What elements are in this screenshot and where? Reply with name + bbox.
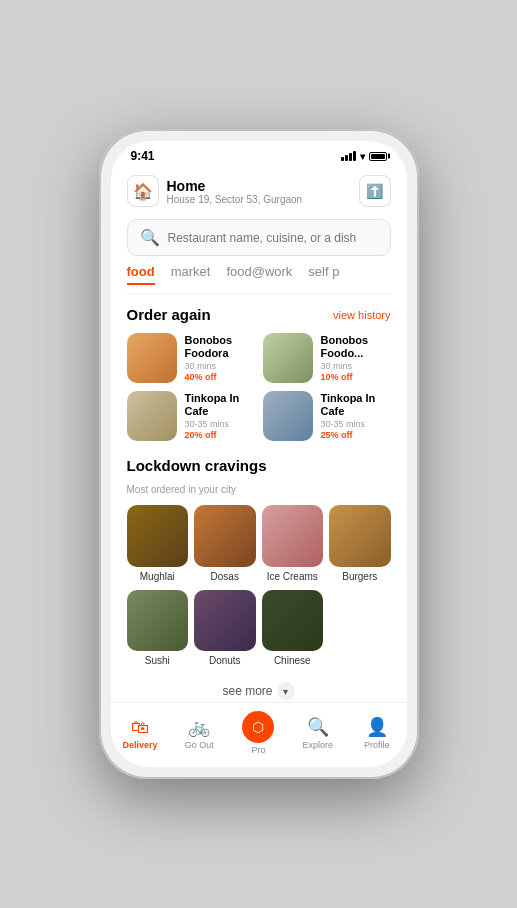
- food-label-dosas: Dosas: [194, 571, 256, 582]
- cravings-header: Lockdown cravings: [127, 457, 391, 474]
- category-tabs: food market food@work self p: [111, 264, 407, 293]
- food-img-mughlai: [127, 505, 189, 567]
- signal-bars-icon: [341, 151, 356, 161]
- main-content: 🏠 Home House 19, Sector 53, Gurgaon ⬆️ 🔍…: [111, 167, 407, 702]
- order-again-header: Order again view history: [127, 306, 391, 323]
- phone-shell: 9:41 ▾ 🏠 Home: [99, 129, 419, 779]
- header: 🏠 Home House 19, Sector 53, Gurgaon ⬆️: [111, 167, 407, 215]
- nav-go-out[interactable]: 🚲 Go Out: [174, 716, 224, 750]
- nav-go-out-label: Go Out: [185, 740, 214, 750]
- explore-icon: 🔍: [307, 716, 329, 738]
- restaurant-grid: Bonobos Foodora 30 mins 40% off Bonobos …: [127, 333, 391, 441]
- restaurant-time-1: 30 mins: [185, 361, 255, 371]
- status-bar: 9:41 ▾: [111, 141, 407, 167]
- food-grid-row1: Mughlai Dosas Ice Creams Burgers: [127, 505, 391, 582]
- restaurant-name-4: Tinkopa In Cafe: [321, 392, 391, 418]
- nav-pro-label: Pro: [251, 745, 265, 755]
- food-label-sushi: Sushi: [127, 655, 189, 666]
- status-icons: ▾: [341, 151, 387, 162]
- food-item-chinese[interactable]: Chinese: [262, 590, 324, 667]
- nav-pro[interactable]: ⬡ Pro: [233, 711, 283, 755]
- restaurant-img-1: [127, 333, 177, 383]
- food-img-donuts: [194, 590, 256, 652]
- cravings-title: Lockdown cravings: [127, 457, 267, 474]
- location-type: Home: [167, 178, 303, 194]
- lockdown-cravings-section: Lockdown cravings Most ordered in your c…: [111, 445, 407, 702]
- restaurant-time-2: 30 mins: [321, 361, 391, 371]
- restaurant-card-4[interactable]: Tinkopa In Cafe 30-35 mins 25% off: [263, 391, 391, 441]
- food-img-sushi: [127, 590, 189, 652]
- pro-button-icon: ⬡: [242, 711, 274, 743]
- order-again-section: Order again view history Bonobos Foodora…: [111, 294, 407, 445]
- restaurant-card-1[interactable]: Bonobos Foodora 30 mins 40% off: [127, 333, 255, 383]
- restaurant-discount-1: 40% off: [185, 372, 255, 382]
- food-item-placeholder: [329, 590, 391, 667]
- food-img-dosas: [194, 505, 256, 567]
- restaurant-discount-3: 20% off: [185, 430, 255, 440]
- restaurant-img-4: [263, 391, 313, 441]
- food-item-burgers[interactable]: Burgers: [329, 505, 391, 582]
- restaurant-info-3: Tinkopa In Cafe 30-35 mins 20% off: [185, 392, 255, 440]
- restaurant-time-4: 30-35 mins: [321, 419, 391, 429]
- search-bar[interactable]: 🔍: [127, 219, 391, 256]
- see-more-label: see more: [222, 684, 272, 698]
- restaurant-card-2[interactable]: Bonobos Foodo... 30 mins 10% off: [263, 333, 391, 383]
- nav-delivery-label: Delivery: [123, 740, 158, 750]
- tab-market[interactable]: market: [171, 264, 211, 285]
- food-img-burgers: [329, 505, 391, 567]
- nav-profile[interactable]: 👤 Profile: [352, 716, 402, 750]
- view-history-link[interactable]: view history: [333, 309, 390, 321]
- home-icon: 🏠: [127, 175, 159, 207]
- restaurant-img-2: [263, 333, 313, 383]
- status-time: 9:41: [131, 149, 155, 163]
- restaurant-info-2: Bonobos Foodo... 30 mins 10% off: [321, 334, 391, 382]
- search-icon: 🔍: [140, 228, 160, 247]
- battery-icon: [369, 152, 387, 161]
- profile-icon: 👤: [366, 716, 388, 738]
- tab-food[interactable]: food: [127, 264, 155, 285]
- wifi-icon: ▾: [360, 151, 365, 162]
- upload-button[interactable]: ⬆️: [359, 175, 391, 207]
- food-grid-row2: Sushi Donuts Chinese: [127, 590, 391, 667]
- address: House 19, Sector 53, Gurgaon: [167, 194, 303, 205]
- header-text: Home House 19, Sector 53, Gurgaon: [167, 178, 303, 205]
- restaurant-discount-2: 10% off: [321, 372, 391, 382]
- upload-icon: ⬆️: [366, 183, 383, 199]
- nav-explore[interactable]: 🔍 Explore: [293, 716, 343, 750]
- cravings-subtitle: Most ordered in your city: [127, 484, 391, 495]
- food-item-dosas[interactable]: Dosas: [194, 505, 256, 582]
- food-label-mughlai: Mughlai: [127, 571, 189, 582]
- food-item-sushi[interactable]: Sushi: [127, 590, 189, 667]
- see-more-row[interactable]: see more ▾: [127, 674, 391, 702]
- nav-explore-label: Explore: [302, 740, 333, 750]
- food-img-chinese: [262, 590, 324, 652]
- restaurant-time-3: 30-35 mins: [185, 419, 255, 429]
- restaurant-name-2: Bonobos Foodo...: [321, 334, 391, 360]
- tab-self-p[interactable]: self p: [308, 264, 339, 285]
- food-item-icecreams[interactable]: Ice Creams: [262, 505, 324, 582]
- restaurant-name-3: Tinkopa In Cafe: [185, 392, 255, 418]
- restaurant-img-3: [127, 391, 177, 441]
- restaurant-name-1: Bonobos Foodora: [185, 334, 255, 360]
- nav-profile-label: Profile: [364, 740, 390, 750]
- food-label-chinese: Chinese: [262, 655, 324, 666]
- food-item-mughlai[interactable]: Mughlai: [127, 505, 189, 582]
- restaurant-info-1: Bonobos Foodora 30 mins 40% off: [185, 334, 255, 382]
- food-label-icecreams: Ice Creams: [262, 571, 324, 582]
- food-label-burgers: Burgers: [329, 571, 391, 582]
- food-item-donuts[interactable]: Donuts: [194, 590, 256, 667]
- restaurant-discount-4: 25% off: [321, 430, 391, 440]
- phone-screen: 9:41 ▾ 🏠 Home: [111, 141, 407, 767]
- order-again-title: Order again: [127, 306, 211, 323]
- restaurant-card-3[interactable]: Tinkopa In Cafe 30-35 mins 20% off: [127, 391, 255, 441]
- chevron-down-icon: ▾: [277, 682, 295, 700]
- food-img-icecreams: [262, 505, 324, 567]
- go-out-icon: 🚲: [188, 716, 210, 738]
- nav-delivery[interactable]: 🛍 Delivery: [115, 717, 165, 750]
- bottom-nav: 🛍 Delivery 🚲 Go Out ⬡ Pro 🔍 Explore 👤 Pr…: [111, 702, 407, 767]
- food-label-donuts: Donuts: [194, 655, 256, 666]
- delivery-icon: 🛍: [131, 717, 149, 738]
- header-left: 🏠 Home House 19, Sector 53, Gurgaon: [127, 175, 303, 207]
- tab-food-at-work[interactable]: food@work: [226, 264, 292, 285]
- search-input[interactable]: [168, 231, 378, 245]
